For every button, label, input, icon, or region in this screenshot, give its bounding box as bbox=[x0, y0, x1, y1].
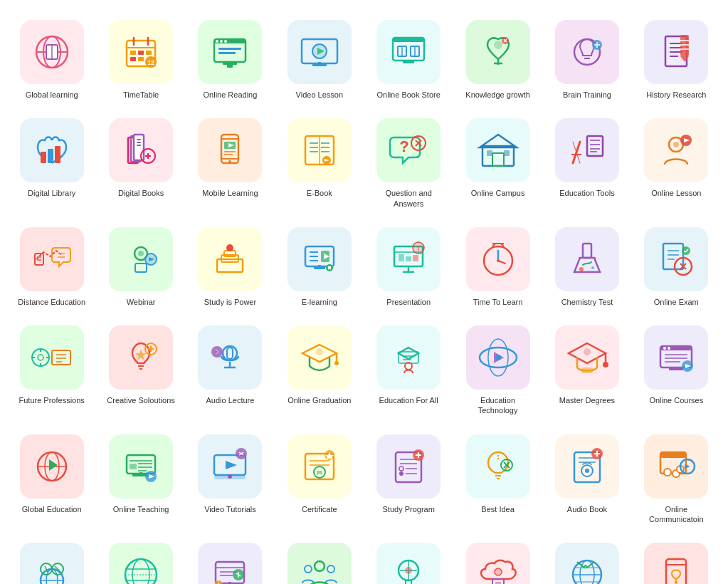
online-book-store-icon bbox=[387, 31, 430, 73]
education-for-all-icon bbox=[387, 336, 430, 379]
svg-text:!: ! bbox=[418, 245, 420, 252]
icon-box bbox=[376, 434, 441, 499]
svg-rect-94 bbox=[482, 146, 514, 166]
icon-item-online-teaching[interactable]: Online Teaching bbox=[100, 429, 181, 531]
best-idea-icon bbox=[477, 445, 519, 488]
icon-item-mobile-learning[interactable]: Mobile Learning bbox=[189, 113, 271, 214]
icon-item-master-degrees[interactable]: Master Degrees bbox=[546, 320, 628, 422]
icon-item-online-communication[interactable]: Online Communicatoin bbox=[635, 429, 717, 531]
icon-item-time-to-learn[interactable]: Time To Learn bbox=[457, 221, 539, 313]
timetable-icon: 12 bbox=[120, 31, 162, 73]
svg-rect-118 bbox=[135, 264, 147, 272]
icon-item-question-answers[interactable]: ? Question and Answers bbox=[368, 113, 450, 214]
icon-item-education-technology[interactable]: Education Technology bbox=[457, 320, 539, 422]
icon-item-global-education[interactable]: Global Education bbox=[11, 429, 93, 531]
svg-point-301 bbox=[305, 565, 312, 573]
audio-book-icon bbox=[566, 445, 608, 488]
icon-item-staff-training[interactable]: Staff Training bbox=[278, 537, 360, 584]
icon-item-future-professions[interactable]: Future Professions bbox=[11, 320, 93, 422]
icon-item-online-lesson[interactable]: Online Lesson bbox=[635, 113, 717, 214]
creative-solutions-icon bbox=[120, 336, 162, 379]
icon-box bbox=[287, 20, 352, 84]
icon-item-online-graduation[interactable]: Online Graduation bbox=[278, 320, 360, 422]
icon-box bbox=[20, 434, 84, 499]
svg-rect-61 bbox=[48, 149, 53, 163]
icon-box bbox=[287, 227, 352, 291]
icon-item-e-book[interactable]: E-Book bbox=[278, 113, 360, 214]
icon-box bbox=[376, 543, 441, 584]
icon-item-presentation[interactable]: ! Presentation bbox=[368, 221, 450, 313]
icon-item-digital-library[interactable]: Digital Library bbox=[11, 113, 93, 214]
icon-item-best-idea[interactable]: Best Idea bbox=[457, 429, 539, 531]
icon-item-certificate[interactable]: Certificate bbox=[278, 429, 360, 531]
svg-point-272 bbox=[664, 469, 671, 476]
icon-item-online-book-store[interactable]: Online Book Store bbox=[368, 14, 450, 105]
icon-item-timetable[interactable]: 12 TimeTable bbox=[100, 14, 181, 105]
icon-box bbox=[20, 543, 84, 584]
svg-point-326 bbox=[675, 581, 677, 584]
svg-marker-232 bbox=[226, 461, 237, 469]
svg-rect-214 bbox=[669, 367, 683, 370]
icon-item-online-reading[interactable]: Online Reading bbox=[189, 14, 271, 105]
education-cloud-icon bbox=[477, 553, 519, 584]
icon-item-digital-books[interactable]: Digital Books bbox=[100, 113, 181, 214]
icon-item-brain-training[interactable]: Brain Training bbox=[546, 14, 628, 105]
icon-item-history-research[interactable]: History Research bbox=[635, 14, 717, 105]
icon-item-online-courses-2[interactable]: Online Courses bbox=[11, 537, 93, 584]
icon-label: Global Education bbox=[22, 504, 82, 514]
svg-rect-99 bbox=[587, 136, 603, 156]
icon-item-study-program[interactable]: Study Program bbox=[368, 429, 450, 531]
icon-item-audio-lecture[interactable]: Audio Lecture bbox=[189, 320, 271, 422]
icon-box bbox=[644, 543, 708, 584]
digital-books-icon bbox=[120, 129, 162, 172]
svg-rect-65 bbox=[134, 135, 144, 160]
icon-item-global-knowledge[interactable]: Global Knowledge bbox=[546, 537, 628, 584]
icon-item-education-for-all[interactable]: Education For All bbox=[368, 320, 450, 422]
video-tutorials-icon bbox=[209, 445, 251, 488]
icon-box bbox=[644, 20, 708, 84]
brain-training-icon bbox=[566, 31, 608, 73]
icon-label: Online Communicatoin bbox=[640, 504, 712, 525]
icon-box bbox=[555, 227, 619, 291]
icon-label: Study Program bbox=[383, 504, 435, 514]
svg-rect-205 bbox=[581, 367, 593, 373]
icon-item-education-apps[interactable]: Education Apps bbox=[635, 537, 717, 584]
icon-item-study-power[interactable]: Study is Power bbox=[189, 221, 271, 313]
education-tools-icon bbox=[566, 129, 608, 172]
icon-item-chemistry-test[interactable]: Chemistry Test bbox=[546, 221, 628, 313]
icon-label: Digital Library bbox=[28, 188, 75, 198]
icon-grid: Global learning 12 TimeTable bbox=[0, 0, 728, 584]
icon-item-science-research[interactable]: Science Research bbox=[368, 537, 450, 584]
icon-item-knowledge-growth[interactable]: Knowledge growth bbox=[457, 14, 539, 105]
icon-item-global-learning[interactable]: Global learning bbox=[11, 14, 93, 105]
icon-item-webinar[interactable]: Webinar bbox=[100, 221, 181, 313]
icon-item-distance-education[interactable]: Distance Education bbox=[11, 221, 93, 313]
icon-item-video-lesson[interactable]: Video Lesson bbox=[278, 14, 360, 105]
icon-item-creative-solutions[interactable]: Creative Soloutions bbox=[100, 320, 181, 422]
icon-item-education-tools[interactable]: Education Tools bbox=[546, 113, 628, 214]
icon-label: Creative Soloutions bbox=[107, 395, 174, 405]
icon-item-creative-teaching[interactable]: A Creative Teaching bbox=[189, 537, 271, 584]
icon-box bbox=[466, 325, 530, 390]
icon-item-e-learning[interactable]: E-learning bbox=[278, 221, 360, 313]
icon-box bbox=[376, 20, 441, 84]
icon-item-online-courses-1[interactable]: Online Courses bbox=[635, 320, 717, 422]
study-program-icon bbox=[387, 445, 430, 488]
icon-label: Knowledge growth bbox=[465, 90, 530, 100]
icon-item-education-cloud[interactable]: Education Cloud bbox=[457, 537, 539, 584]
svg-rect-66 bbox=[137, 139, 141, 140]
icon-item-online-campus[interactable]: Online Campus bbox=[457, 113, 539, 214]
study-power-icon bbox=[209, 238, 251, 281]
online-exam-icon bbox=[655, 238, 697, 281]
icon-item-video-tutorials[interactable]: Video Tutorials bbox=[189, 429, 271, 531]
svg-point-157 bbox=[591, 266, 594, 269]
icon-item-audio-book[interactable]: Audio Book bbox=[546, 429, 628, 531]
icon-label: Online Exam bbox=[654, 297, 699, 307]
svg-rect-159 bbox=[663, 244, 683, 269]
svg-rect-22 bbox=[218, 52, 236, 54]
icon-box bbox=[109, 434, 173, 499]
svg-rect-30 bbox=[318, 62, 321, 65]
webinar-icon bbox=[120, 238, 162, 281]
icon-item-online-exam[interactable]: Online Exam bbox=[635, 221, 717, 313]
icon-item-language-learning[interactable]: Leanguage Learning bbox=[100, 537, 181, 584]
